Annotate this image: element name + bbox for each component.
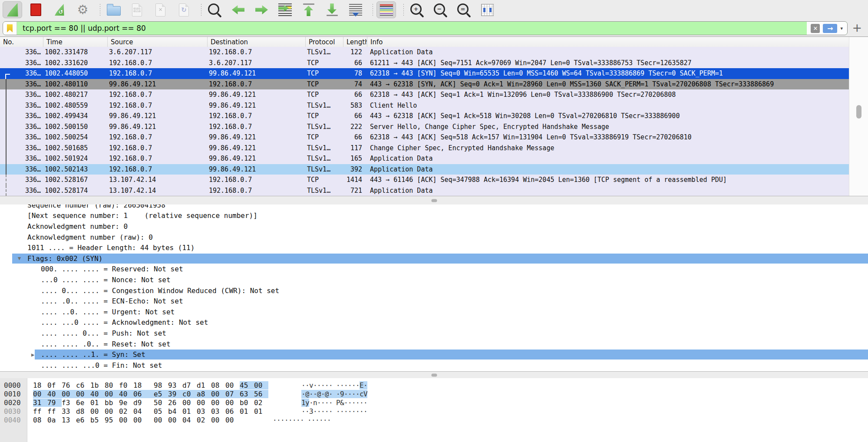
ascii-char[interactable]: 9 xyxy=(340,390,344,398)
ascii-char[interactable]: · xyxy=(317,399,321,407)
ascii-char[interactable]: · xyxy=(301,390,305,398)
go-back-button[interactable] xyxy=(228,1,248,18)
detail-line[interactable]: 1011 .... = Header Length: 44 bytes (11) xyxy=(0,242,868,253)
ascii-char[interactable]: · xyxy=(356,399,360,407)
hex-byte[interactable]: 00 xyxy=(90,407,105,416)
hex-byte[interactable]: 31 xyxy=(33,399,47,407)
ascii-char[interactable]: · xyxy=(329,407,333,416)
ascii-char[interactable]: · xyxy=(313,381,317,389)
ascii-char[interactable]: · xyxy=(321,381,325,389)
hex-byte[interactable]: 18 xyxy=(133,381,148,389)
ascii-char[interactable]: · xyxy=(307,416,311,424)
hex-byte[interactable]: 40 xyxy=(90,390,105,398)
column-header-time[interactable]: Time xyxy=(43,37,108,47)
ascii-char[interactable]: · xyxy=(281,416,284,424)
ascii-char[interactable]: · xyxy=(309,390,313,398)
hex-byte[interactable]: 00 xyxy=(197,399,211,407)
ascii-char[interactable]: · xyxy=(363,399,367,407)
ascii-char[interactable]: · xyxy=(356,381,360,389)
hex-byte[interactable]: 95 xyxy=(105,416,119,424)
ascii-char[interactable]: 3 xyxy=(309,407,313,416)
ascii-char[interactable]: · xyxy=(363,407,367,416)
hex-row[interactable]: 0030ffff33d80000020405b4010303060101··3·… xyxy=(0,407,868,416)
hex-byte[interactable]: 00 xyxy=(76,390,90,398)
hex-byte[interactable]: 56 xyxy=(254,390,268,398)
filter-bookmark-button[interactable] xyxy=(3,22,17,35)
ascii-char[interactable]: E xyxy=(360,381,363,389)
ascii-char[interactable]: · xyxy=(344,407,348,416)
ascii-char[interactable]: · xyxy=(313,407,317,416)
hex-byte[interactable]: 98 xyxy=(154,381,168,389)
start-capture-button[interactable] xyxy=(3,1,22,18)
ascii-char[interactable]: · xyxy=(327,416,331,424)
hex-byte[interactable]: 05 xyxy=(154,407,168,416)
ascii-char[interactable]: · xyxy=(336,407,340,416)
ascii-char[interactable]: · xyxy=(344,381,348,389)
hex-byte[interactable]: 45 xyxy=(240,381,254,389)
detail-line[interactable]: .... .... 0... = Push: Not set xyxy=(0,328,868,339)
ascii-char[interactable]: y xyxy=(305,399,309,407)
ascii-char[interactable]: · xyxy=(325,399,329,407)
reload-file-button[interactable]: ↻ xyxy=(174,1,194,18)
packet-row[interactable]: 336…1002.500254192.168.0.799.86.49.121TC… xyxy=(0,132,849,143)
hex-byte[interactable]: 13 xyxy=(62,416,76,424)
hex-byte[interactable]: 33 xyxy=(62,407,76,416)
hex-byte[interactable]: 00 xyxy=(154,416,168,424)
ascii-char[interactable]: 1 xyxy=(301,399,305,407)
ascii-char[interactable]: @ xyxy=(305,390,309,398)
zoom-in-button[interactable]: + xyxy=(407,1,427,18)
hex-byte[interactable]: 00 xyxy=(211,390,225,398)
hex-byte[interactable]: 00 xyxy=(105,390,119,398)
column-header-source[interactable]: Source xyxy=(108,37,208,47)
hex-byte[interactable]: 39 xyxy=(168,390,182,398)
display-filter-field[interactable]: tcp.port == 80 || udp.port == 80 ✕ → ▾ xyxy=(3,21,848,35)
column-header-info[interactable]: Info xyxy=(367,37,849,47)
hex-byte[interactable]: 03 xyxy=(197,407,211,416)
hex-byte[interactable]: d9 xyxy=(133,399,148,407)
hex-byte[interactable]: 00 xyxy=(211,399,225,407)
ascii-char[interactable]: · xyxy=(329,399,333,407)
hex-byte[interactable]: f3 xyxy=(62,399,76,407)
packet-row[interactable]: 336…1002.501685192.168.0.799.86.49.121TL… xyxy=(0,143,849,154)
ascii-char[interactable]: v xyxy=(309,381,313,389)
hex-byte[interactable]: b5 xyxy=(90,416,105,424)
hex-byte[interactable]: 04 xyxy=(133,407,148,416)
packet-row[interactable]: 336…1002.52817413.107.42.14192.168.0.7TL… xyxy=(0,185,849,196)
ascii-char[interactable]: · xyxy=(317,407,321,416)
hex-byte[interactable]: 06 xyxy=(225,407,240,416)
hex-byte[interactable]: 9e xyxy=(119,399,133,407)
ascii-char[interactable]: · xyxy=(352,390,356,398)
ascii-char[interactable]: @ xyxy=(317,390,321,398)
detail-line[interactable]: .... .0.. .... = ECN-Echo: Not set xyxy=(0,296,868,307)
ascii-char[interactable]: · xyxy=(356,390,360,398)
resize-columns-button[interactable] xyxy=(478,1,497,18)
ascii-char[interactable]: · xyxy=(344,399,348,407)
hex-row[interactable]: 00100040000040004006e539c0a800076356·@··… xyxy=(0,389,868,398)
detail-line[interactable]: ▼Flags: 0x002 (SYN) xyxy=(0,253,868,264)
ascii-char[interactable]: · xyxy=(305,381,309,389)
expand-closed-icon[interactable]: ▶ xyxy=(31,352,34,358)
restart-capture-button[interactable]: ↺ xyxy=(50,1,69,18)
hex-byte[interactable]: 63 xyxy=(240,390,254,398)
hex-byte[interactable]: 00 xyxy=(119,416,133,424)
expand-open-icon[interactable]: ▼ xyxy=(18,255,21,261)
column-header-no[interactable]: No. xyxy=(0,37,43,47)
ascii-char[interactable]: P xyxy=(336,399,340,407)
column-header-protocol[interactable]: Protocol xyxy=(306,37,343,47)
ascii-char[interactable]: · xyxy=(344,390,348,398)
ascii-char[interactable]: @ xyxy=(325,390,329,398)
ascii-char[interactable]: · xyxy=(336,390,340,398)
hex-byte[interactable]: 00 xyxy=(211,416,225,424)
ascii-char[interactable]: · xyxy=(301,381,305,389)
ascii-char[interactable]: · xyxy=(319,416,323,424)
ascii-char[interactable]: · xyxy=(348,399,352,407)
filter-apply-button[interactable]: → xyxy=(823,24,837,33)
ascii-char[interactable]: · xyxy=(311,416,315,424)
ascii-char[interactable]: · xyxy=(317,381,321,389)
detail-line[interactable]: ▶.... .... ..1. = Syn: Set xyxy=(0,349,868,360)
hex-byte[interactable]: 93 xyxy=(168,381,182,389)
packet-row[interactable]: 336…1002.50015099.86.49.121192.168.0.7TL… xyxy=(0,122,849,132)
ascii-char[interactable]: · xyxy=(315,416,319,424)
ascii-char[interactable]: · xyxy=(321,390,325,398)
hex-byte[interactable]: 1b xyxy=(90,381,105,389)
